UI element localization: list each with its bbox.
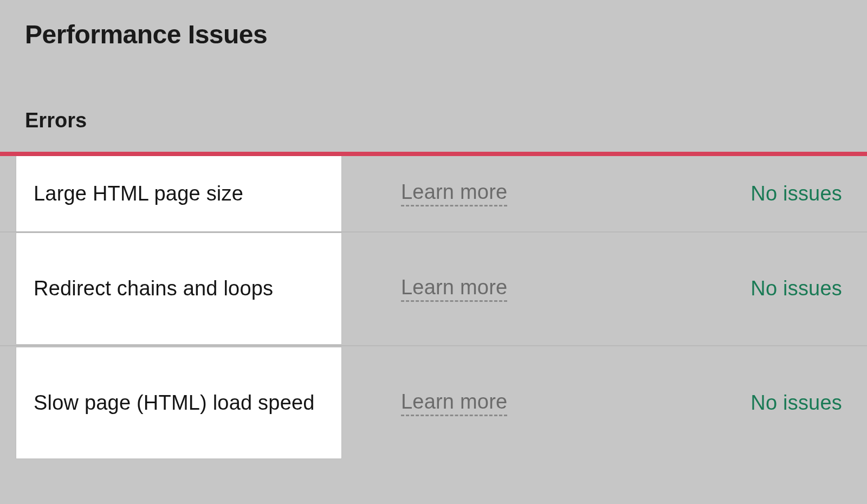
learn-more-cell: Learn more <box>341 276 580 302</box>
issue-name-cell: Slow page (HTML) load speed <box>16 347 341 458</box>
issue-name: Redirect chains and loops <box>34 273 273 305</box>
section-title-errors: Errors <box>0 109 867 132</box>
learn-more-link[interactable]: Learn more <box>401 180 507 206</box>
table-row: Redirect chains and loops Learn more No … <box>0 232 867 346</box>
errors-divider <box>0 152 867 156</box>
errors-table: Large HTML page size Learn more No issue… <box>0 156 867 460</box>
issue-name-cell: Large HTML page size <box>16 156 341 231</box>
status-cell: No issues <box>580 277 842 300</box>
learn-more-cell: Learn more <box>341 390 580 416</box>
table-row: Slow page (HTML) load speed Learn more N… <box>0 346 867 460</box>
status-cell: No issues <box>580 182 842 205</box>
learn-more-link[interactable]: Learn more <box>401 276 507 302</box>
learn-more-cell: Learn more <box>341 180 580 206</box>
page-title: Performance Issues <box>0 20 867 49</box>
issue-name-cell: Redirect chains and loops <box>16 233 341 344</box>
issue-name: Slow page (HTML) load speed <box>34 387 315 419</box>
issue-name: Large HTML page size <box>34 178 243 210</box>
status-cell: No issues <box>580 391 842 415</box>
table-row: Large HTML page size Learn more No issue… <box>0 156 867 232</box>
performance-issues-panel: Performance Issues Errors Large HTML pag… <box>0 0 867 460</box>
learn-more-link[interactable]: Learn more <box>401 390 507 416</box>
